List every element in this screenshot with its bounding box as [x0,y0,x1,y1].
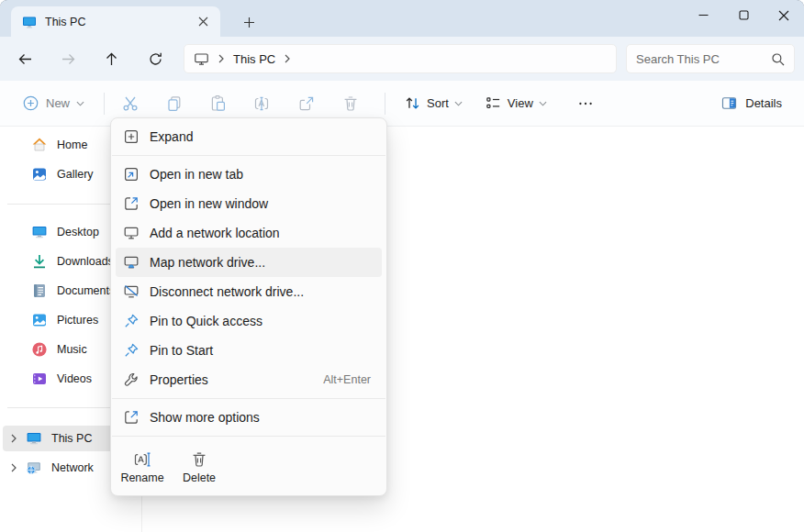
sort-label: Sort [427,96,449,110]
close-window-button[interactable] [764,0,804,30]
home-icon [30,137,49,153]
gallery-icon [30,166,49,183]
sidebar-item-label: Downloads [57,255,114,268]
copy-icon [165,94,184,113]
delete-button[interactable] [336,89,365,118]
paste-icon [209,94,228,113]
downloads-icon [30,253,49,270]
forward-button[interactable] [54,45,82,72]
delete-footer-button[interactable]: Delete [173,444,225,490]
menu-separator [112,155,385,156]
sidebar-item-label: Desktop [57,226,99,238]
chevron-down-icon [539,101,547,106]
sidebar-item-label: This PC [51,432,92,445]
back-button[interactable] [11,45,39,72]
menu-item-map-network-drive[interactable]: Map network drive... [116,248,382,277]
back-arrow-icon [17,51,33,67]
menu-item-disconnect-network-drive[interactable]: Disconnect network drive... [116,277,382,306]
menu-item-show-more-options[interactable]: Show more options [116,403,382,432]
view-label: View [508,96,533,110]
sidebar-item-label: Documents [57,284,115,297]
menu-item-open-in-new-window[interactable]: Open in new window [116,189,382,218]
sidebar-item-label: Network [51,461,94,474]
tab-this-pc[interactable]: This PC [11,6,220,37]
this-pc-monitor-icon [22,15,37,29]
sidebar-item-label: Gallery [57,168,94,181]
expand-chevron-icon[interactable] [3,434,25,443]
menu-item-label: Show more options [150,410,371,425]
menu-item-label: Open in new window [150,196,371,211]
cut-icon [121,94,140,113]
new-button-label: New [46,96,70,110]
breadcrumb-chevron-icon[interactable] [218,54,225,63]
sort-button[interactable]: Sort [396,90,470,116]
breadcrumb-this-pc[interactable]: This PC [233,52,275,66]
share-icon [297,94,316,113]
this-pc-icon [25,430,43,447]
up-button[interactable] [97,45,125,72]
menu-item-label: Add a network location [150,226,371,240]
menu-item-label: Map network drive... [150,255,371,270]
show-more-options-icon [122,409,140,426]
paste-button[interactable] [204,89,233,118]
toolbar-divider [104,93,105,115]
refresh-icon [148,51,163,67]
menu-footer: Rename Delete [111,440,386,492]
menu-item-expand[interactable]: Expand [116,122,382,151]
expand-chevron-icon[interactable] [3,463,25,472]
pin-icon [122,342,140,359]
view-button[interactable]: View [477,90,554,116]
refresh-button[interactable] [141,45,169,72]
menu-item-pin-to-start[interactable]: Pin to Start [116,336,382,365]
new-tab-button[interactable] [237,10,261,34]
see-more-button[interactable] [571,89,600,118]
menu-separator [112,436,385,437]
pin-icon [122,313,140,329]
chevron-down-icon [454,101,463,106]
tab-strip: This PC [0,0,804,37]
menu-item-label: Expand [150,129,371,144]
breadcrumb-chevron-icon[interactable] [284,54,291,63]
search-box [626,44,795,73]
view-icon [485,94,502,112]
details-pane-button[interactable]: Details [713,90,789,116]
maximize-button[interactable] [723,0,764,30]
up-arrow-icon [104,51,119,67]
menu-item-add-network-location[interactable]: Add a network location [116,218,382,248]
rename-button[interactable] [248,89,277,118]
search-icon[interactable] [771,52,785,66]
file-explorer-window: This PC [0,0,804,532]
tab-close-icon[interactable] [193,12,213,32]
rename-footer-button[interactable]: Rename [117,444,168,490]
window-controls [683,0,804,30]
address-bar[interactable]: This PC [184,44,617,73]
sort-icon [404,94,421,112]
close-icon [778,10,789,21]
menu-item-shortcut: Alt+Enter [323,373,371,386]
sidebar-item-label: Pictures [57,314,98,327]
menu-item-properties[interactable]: Properties Alt+Enter [116,365,382,394]
search-input[interactable] [636,52,771,66]
rename-icon [253,94,272,113]
map-network-drive-icon [122,254,140,271]
delete-icon [341,94,360,113]
delete-icon [190,450,208,469]
disconnect-network-drive-icon [122,283,140,300]
cut-button[interactable] [116,89,145,118]
network-icon [25,460,43,476]
pictures-icon [30,312,49,328]
address-row: This PC [0,37,804,81]
menu-item-pin-to-quick-access[interactable]: Pin to Quick access [116,306,382,336]
plus-circle-icon [22,94,39,112]
copy-button[interactable] [160,89,189,118]
desktop-icon [30,224,49,240]
minimize-button[interactable] [683,0,723,30]
share-button[interactable] [292,89,321,118]
menu-item-label: Disconnect network drive... [150,284,371,299]
new-button[interactable]: New [15,90,92,116]
menu-item-open-in-new-tab[interactable]: Open in new tab [116,160,382,189]
menu-item-label: Pin to Quick access [150,314,371,328]
ellipsis-icon [577,95,594,112]
music-icon [30,341,49,358]
add-network-location-icon [122,225,140,241]
